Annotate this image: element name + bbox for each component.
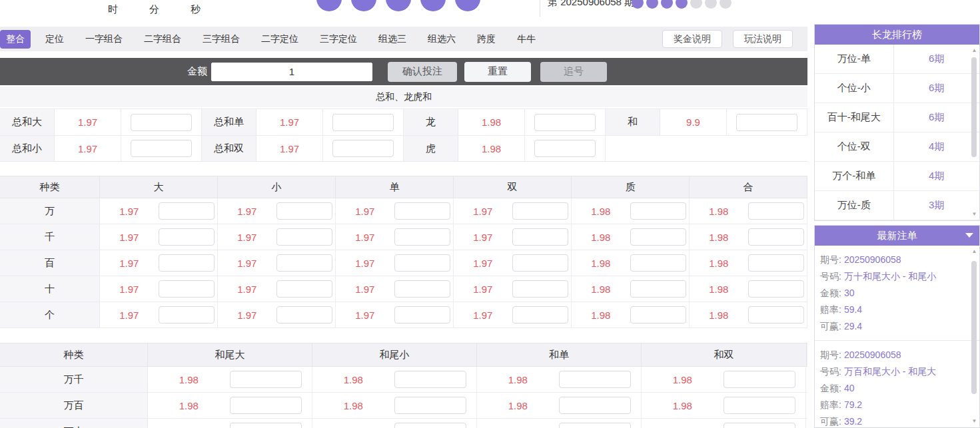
bet-input[interactable]: [724, 423, 795, 428]
bet-input[interactable]: [630, 228, 686, 246]
tab-yizi-zuhe[interactable]: 一字组合: [85, 33, 123, 45]
tab-erzi-zuhe[interactable]: 二字组合: [144, 33, 181, 45]
scroll-thumb[interactable]: [971, 57, 977, 157]
bet-input[interactable]: [748, 280, 804, 298]
tab-zhenghe[interactable]: 整合: [0, 30, 31, 49]
bet-input[interactable]: [512, 254, 568, 272]
bet-input[interactable]: [559, 371, 631, 388]
bet-input[interactable]: [630, 306, 686, 323]
odds-value: 1.98: [148, 393, 230, 418]
tab-dingwei[interactable]: 定位: [45, 33, 64, 45]
bet-input[interactable]: [559, 423, 631, 428]
odds-value: 1.97: [336, 302, 394, 327]
table-row: 十 1.97 1.97 1.97 1.97 1.98 1.98: [0, 276, 807, 302]
bet-input[interactable]: [630, 280, 686, 298]
bet-input[interactable]: [394, 202, 450, 220]
bet-input[interactable]: [512, 228, 568, 246]
bet-input[interactable]: [332, 140, 394, 157]
bet-input[interactable]: [230, 423, 302, 428]
order-number: 万百和尾大小 - 和尾大: [844, 366, 936, 377]
bet-input[interactable]: [276, 254, 332, 272]
bet-input[interactable]: [394, 371, 466, 388]
bet-input[interactable]: [276, 306, 332, 323]
tab-kuadu[interactable]: 跨度: [477, 33, 496, 45]
bet-input[interactable]: [159, 280, 215, 298]
list-item[interactable]: 个位-双 4期: [815, 132, 979, 162]
bet-input[interactable]: [332, 114, 394, 131]
bet-input[interactable]: [394, 397, 466, 414]
bet-input[interactable]: [512, 306, 568, 323]
scroll-down-icon[interactable]: ▼: [970, 210, 979, 218]
tab-sanzi-dingwei[interactable]: 三字定位: [320, 33, 357, 45]
bonus-info-button[interactable]: 奖金说明: [662, 30, 722, 48]
odds-value: 1.98: [690, 302, 748, 327]
scroll-up-icon[interactable]: ▲: [970, 248, 979, 256]
bet-input[interactable]: [748, 202, 804, 220]
bet-input[interactable]: [276, 280, 332, 298]
scrollbar[interactable]: ▲ ▼: [970, 45, 979, 220]
amount-input[interactable]: [211, 63, 372, 81]
bet-input[interactable]: [630, 254, 686, 272]
bet-input[interactable]: [131, 140, 192, 157]
tab-erzi-dingwei[interactable]: 二字定位: [261, 33, 298, 45]
play-type-tabbar: 整合 定位 一字组合 二字组合 三字组合 二字定位 三字定位 组选三 组选六 跨…: [0, 27, 807, 51]
bet-input[interactable]: [159, 202, 215, 220]
section-title-sum-dragon: 总和、龙虎和: [0, 87, 807, 107]
scroll-up-icon[interactable]: ▲: [970, 47, 979, 55]
list-item[interactable]: 万位-单 6期: [815, 45, 979, 74]
bet-input[interactable]: [394, 306, 450, 323]
bet-input[interactable]: [512, 202, 568, 220]
bet-input[interactable]: [559, 397, 631, 414]
bet-input[interactable]: [748, 306, 804, 323]
lottery-ball: [420, 0, 446, 11]
bet-input[interactable]: [630, 202, 686, 220]
rules-info-button[interactable]: 玩法说明: [733, 30, 793, 48]
bet-input[interactable]: [394, 280, 450, 298]
tab-niuniu[interactable]: 牛牛: [517, 33, 536, 45]
odds-value: 1.98: [477, 419, 559, 428]
odds-value: 1.98: [642, 393, 724, 418]
sum-dragon-table: 总和大 1.97 总和单 1.97 龙 1.98 和 9.9: [0, 108, 807, 162]
reset-button[interactable]: 重置: [464, 62, 531, 82]
bet-input[interactable]: [512, 280, 568, 298]
scroll-down-icon[interactable]: ▼: [970, 417, 979, 425]
bet-input[interactable]: [748, 228, 804, 246]
tab-zuxuan-liu[interactable]: 组选六: [428, 33, 456, 45]
list-item[interactable]: 万位-质 3期: [815, 191, 979, 220]
bet-input[interactable]: [724, 371, 795, 388]
list-item[interactable]: 万个-和单 4期: [815, 162, 979, 191]
odds-value: 1.97: [336, 198, 394, 224]
odds-value: 1.98: [690, 198, 748, 224]
lottery-betting-page: 时 分 秒 第 20250906058 期 整合 定位 一字组合 二字组合 三字…: [0, 0, 980, 428]
bet-input[interactable]: [534, 114, 596, 131]
bet-input[interactable]: [394, 423, 466, 428]
bet-input[interactable]: [131, 114, 192, 131]
bet-input[interactable]: [748, 254, 804, 272]
bet-input[interactable]: [724, 397, 795, 414]
list-item[interactable]: 百十-和尾大 6期: [815, 103, 979, 132]
bet-input[interactable]: [159, 306, 215, 323]
bet-input[interactable]: [534, 140, 596, 157]
bet-input[interactable]: [276, 202, 332, 220]
table-row: 总和大 1.97 总和单 1.97 龙 1.98 和 9.9: [0, 109, 807, 135]
scrollbar[interactable]: ▲ ▼: [970, 246, 979, 427]
list-item[interactable]: 个位-小 6期: [815, 74, 979, 103]
latest-orders-panel: 最新注单 期号:20250906058 号码:万十和尾大小 - 和尾小 金额:3…: [814, 225, 980, 428]
tab-sanzi-zuhe[interactable]: 三字组合: [203, 33, 240, 45]
bet-input[interactable]: [394, 254, 450, 272]
bet-input[interactable]: [394, 228, 450, 246]
bet-input[interactable]: [276, 228, 332, 246]
bet-input[interactable]: [159, 228, 215, 246]
bet-input[interactable]: [230, 397, 302, 414]
table-row: 万千 1.98 1.98 1.98 1.98: [0, 367, 807, 393]
chase-number-button[interactable]: 追号: [540, 62, 607, 82]
confirm-bet-button[interactable]: 确认投注: [388, 62, 457, 82]
scroll-thumb[interactable]: [971, 261, 977, 394]
bet-input[interactable]: [230, 371, 302, 388]
right-sidebar: 长龙排行榜 万位-单 6期 个位-小 6期 百十-和尾大 6期 个位-双 4期 …: [814, 0, 980, 428]
tab-zuxuan-san[interactable]: 组选三: [378, 33, 406, 45]
collapse-arrow-icon[interactable]: [965, 233, 973, 238]
bet-input[interactable]: [159, 254, 215, 272]
bet-input[interactable]: [736, 114, 797, 131]
table-row: 万百 1.98 1.98 1.98 1.98: [0, 393, 807, 419]
